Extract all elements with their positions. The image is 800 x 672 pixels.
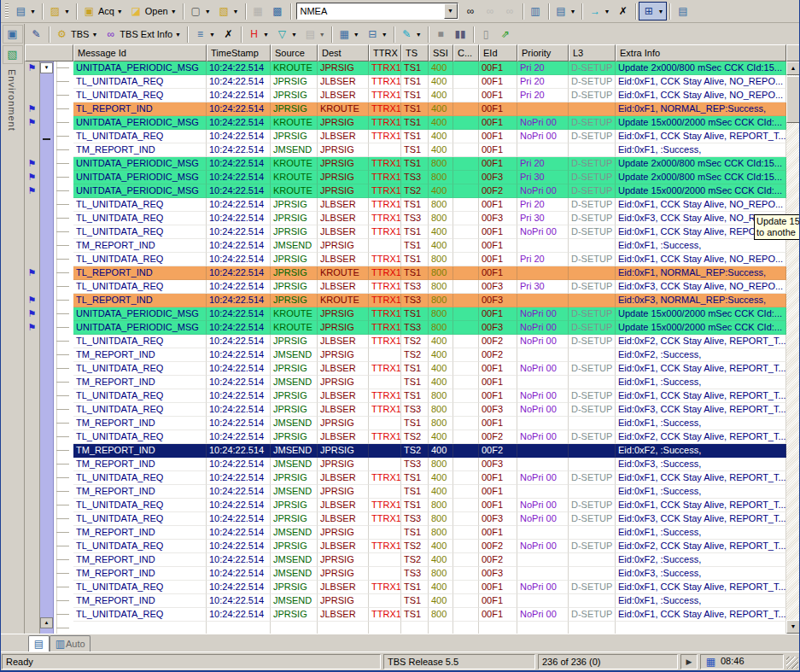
- clear-button[interactable]: ▯: [476, 25, 496, 44]
- stop-button[interactable]: ■: [431, 25, 451, 44]
- environment-view-button[interactable]: ▣: [3, 25, 23, 44]
- export-button[interactable]: ⇗: [496, 25, 516, 44]
- tbs-button[interactable]: ⚙TBS▼: [52, 25, 101, 44]
- chevron-down-icon[interactable]: ▼: [444, 3, 458, 19]
- filter-button[interactable]: ▽▼: [272, 25, 301, 44]
- table-row[interactable]: TL_UNITDATA_REQ10:24:22.514JPRSIGJLBSERT…: [25, 499, 786, 512]
- bookmark-gutter[interactable]: [25, 75, 40, 89]
- chevron-down-icon[interactable]: ▼: [353, 32, 359, 38]
- resize-grip[interactable]: [786, 657, 798, 669]
- table-row[interactable]: TM_REPORT_IND10:24:22.514JMSENDJPRSIGTS1…: [25, 526, 786, 540]
- save-button[interactable]: ▦: [248, 2, 268, 20]
- table-row[interactable]: TL_UNITDATA_REQ10:24:22.514JPRSIGJLBSERT…: [25, 280, 786, 294]
- strip-up-button[interactable]: ▲: [40, 617, 53, 628]
- bookmark-gutter[interactable]: [25, 581, 40, 594]
- chevron-down-icon[interactable]: ▼: [205, 9, 211, 15]
- forward-button[interactable]: →▼: [585, 2, 613, 20]
- bookmark-flag-icon[interactable]: ⚑: [25, 321, 40, 335]
- chevron-down-icon[interactable]: ▼: [604, 9, 610, 15]
- split-view-button[interactable]: ⊞▼: [639, 2, 667, 20]
- bookmark-gutter[interactable]: [25, 212, 40, 225]
- bookmark-gutter[interactable]: [25, 458, 40, 471]
- chevron-down-icon[interactable]: ▼: [416, 32, 422, 38]
- bookmark-gutter[interactable]: [25, 130, 40, 143]
- open-config-button[interactable]: ▨▼: [45, 2, 73, 20]
- table-row[interactable]: TL_UNITDATA_REQ10:24:22.514JPRSIGJLBSERT…: [25, 362, 786, 376]
- bookmark-gutter[interactable]: [25, 253, 40, 266]
- table-row[interactable]: TL_UNITDATA_REQ10:24:22.514JPRSIGJLBSERT…: [25, 253, 786, 266]
- table-row[interactable]: TL_UNITDATA_REQ10:24:22.514JPRSIGJLBSERT…: [25, 89, 786, 102]
- table-row[interactable]: TM_REPORT_IND10:24:22.514JMSENDJPRSIGTS1…: [25, 485, 786, 499]
- find-prev-button[interactable]: ∞: [500, 2, 520, 20]
- bookmark-flag-icon[interactable]: ⚑: [25, 116, 40, 130]
- column-header-c[interactable]: C...: [453, 44, 479, 61]
- chevron-down-icon[interactable]: ▼: [382, 32, 388, 38]
- column-header-msg[interactable]: Message Id: [73, 44, 207, 61]
- chevron-down-icon[interactable]: ▼: [209, 32, 215, 38]
- bookmark-gutter[interactable]: [25, 280, 40, 294]
- open-button[interactable]: ◪Open▼: [126, 2, 180, 20]
- bookmark-gutter[interactable]: [25, 376, 40, 389]
- save-filter-button[interactable]: ▦▼: [335, 25, 363, 44]
- column-header-ts[interactable]: TS: [401, 44, 429, 61]
- new-file-button[interactable]: ▢▼: [186, 2, 214, 20]
- play-button[interactable]: ▶: [680, 654, 698, 669]
- table-row[interactable]: TL_UNITDATA_REQ10:24:22.514JPRSIGJLBSERT…: [25, 335, 786, 348]
- chevron-down-icon[interactable]: ▼: [319, 32, 325, 38]
- bookmark-gutter[interactable]: [25, 526, 40, 540]
- bookmark-gutter[interactable]: [25, 567, 40, 581]
- table-row[interactable]: TM_REPORT_IND10:24:22.514JMSENDJPRSIGTS1…: [25, 143, 786, 157]
- row-selector-header[interactable]: [25, 44, 73, 61]
- bookmark-flag-icon[interactable]: ⚑: [25, 294, 40, 307]
- table-row[interactable]: TM_REPORT_IND10:24:22.514JMSENDJPRSIGTS2…: [25, 348, 786, 362]
- filter-combo[interactable]: NMEA▼: [296, 3, 458, 20]
- copy-button[interactable]: ▩: [268, 2, 288, 20]
- chevron-down-icon[interactable]: ▼: [570, 9, 576, 15]
- table-row[interactable]: TM_REPORT_IND10:24:22.514JMSENDJPRSIGTS1…: [25, 239, 786, 253]
- table-row[interactable]: TL_UNITDATA_REQ10:24:22.514JPRSIGJLBSERT…: [25, 198, 786, 212]
- table-row[interactable]: TM_REPORT_IND10:24:22.514JMSENDJPRSIGTS3…: [25, 458, 786, 471]
- table-row[interactable]: ⚑UNITDATA_PERIODIC_MSG10:24:22.514KROUTE…: [25, 116, 786, 130]
- table-row[interactable]: TM_REPORT_IND10:24:22.514JMSENDJPRSIGTS1…: [25, 417, 786, 430]
- close-view-button[interactable]: ✗: [219, 25, 238, 44]
- tab-auto[interactable]: ▥Auto: [50, 635, 91, 652]
- grouping-button[interactable]: ▤▼: [301, 25, 329, 44]
- strip-dropdown-button[interactable]: ▼: [40, 62, 53, 73]
- column-header-ssi[interactable]: SSI: [429, 44, 453, 61]
- bookmark-gutter[interactable]: [25, 362, 40, 376]
- bookmark-gutter[interactable]: [25, 239, 40, 253]
- bookmark-gutter[interactable]: [25, 608, 40, 622]
- table-row[interactable]: TL_UNITDATA_REQ10:24:22.514JPRSIGJLBSERT…: [25, 225, 786, 239]
- bookmark-gutter[interactable]: [25, 198, 40, 212]
- table-row[interactable]: TL_UNITDATA_REQ10:24:22.514JPRSIGJLBSERT…: [25, 581, 786, 594]
- bookmark-gutter[interactable]: [25, 143, 40, 157]
- table-row[interactable]: TM_REPORT_IND10:24:22.514JMSENDJPRSIGTS2…: [25, 553, 786, 567]
- bookmark-gutter[interactable]: [25, 553, 40, 567]
- bookmark-gutter[interactable]: [25, 512, 40, 526]
- bookmark-flag-icon[interactable]: ⚑: [25, 102, 40, 116]
- vertical-scrollbar[interactable]: ▲ ▼: [786, 61, 800, 634]
- table-row[interactable]: ⚑UNITDATA_PERIODIC_MSG10:24:22.514KROUTE…: [25, 184, 786, 198]
- tab-messages[interactable]: ▤: [28, 635, 50, 652]
- scroll-up-icon[interactable]: ▲: [786, 61, 800, 75]
- bookmark-gutter[interactable]: [25, 389, 40, 403]
- scrollbar-thumb[interactable]: [786, 76, 800, 123]
- bookmark-gutter[interactable]: [25, 430, 40, 444]
- column-header-extra[interactable]: Extra Info: [616, 44, 786, 61]
- messages-view-button[interactable]: ▤▼: [11, 2, 39, 20]
- bookmark-gutter[interactable]: [25, 499, 40, 512]
- table-row[interactable]: ⚑TL_REPORT_IND10:24:22.514JPRSIGKROUTETT…: [25, 102, 786, 116]
- find-button[interactable]: ∞: [461, 2, 481, 20]
- table-row[interactable]: ⚑UNITDATA_PERIODIC_MSG10:24:22.514KROUTE…: [25, 307, 786, 321]
- chevron-down-icon[interactable]: ▼: [175, 32, 181, 38]
- bookmark-gutter[interactable]: [25, 335, 40, 348]
- chevron-down-icon[interactable]: ▼: [263, 32, 269, 38]
- bookmark-gutter[interactable]: [25, 471, 40, 485]
- open-file-button[interactable]: ▧▼: [214, 2, 242, 20]
- bookmark-flag-icon[interactable]: ⚑: [25, 171, 40, 184]
- bookmark-gutter[interactable]: [25, 594, 40, 608]
- column-header-source[interactable]: Source: [271, 44, 318, 61]
- chevron-down-icon[interactable]: ▼: [657, 9, 663, 15]
- table-row[interactable]: ⚑UNITDATA_PERIODIC_MSG10:24:22.514KROUTE…: [25, 321, 786, 335]
- acq-button[interactable]: ▣Acq▼: [79, 2, 126, 20]
